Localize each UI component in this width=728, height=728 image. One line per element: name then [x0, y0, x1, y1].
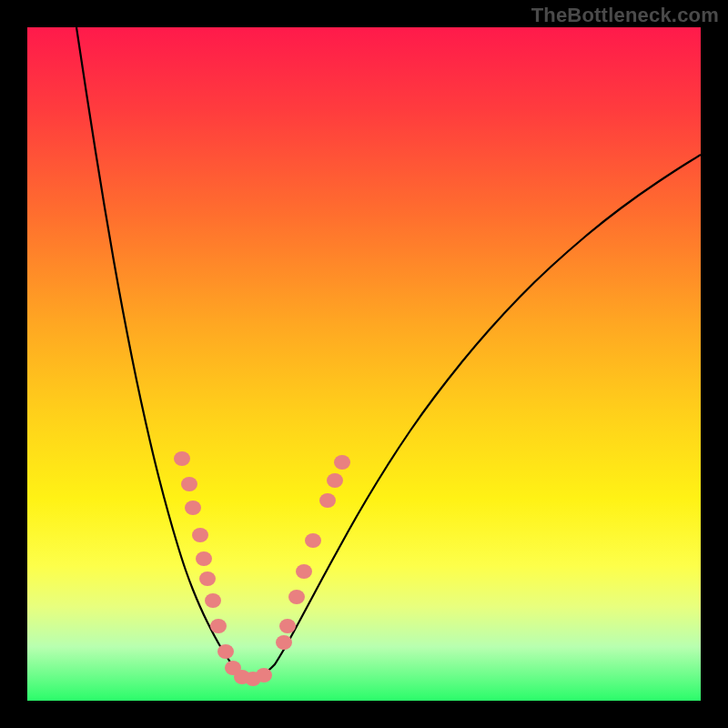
- data-dot: [279, 619, 296, 633]
- chart-frame: TheBottleneck.com: [0, 0, 728, 728]
- data-dot: [256, 668, 272, 682]
- data-dot: [185, 500, 201, 515]
- data-dot: [192, 528, 208, 542]
- data-dot: [319, 493, 336, 508]
- plot-area: [27, 27, 701, 701]
- data-dot: [327, 473, 343, 488]
- data-dot: [334, 455, 350, 470]
- data-dot: [210, 619, 227, 633]
- data-dot: [199, 571, 216, 586]
- data-dots: [174, 451, 350, 686]
- data-dot: [276, 635, 292, 650]
- data-dot: [296, 564, 312, 579]
- data-dot: [305, 533, 321, 548]
- data-dot: [217, 644, 234, 659]
- curve-svg: [27, 27, 701, 701]
- data-dot: [288, 590, 305, 604]
- data-dot: [196, 551, 212, 566]
- data-dot: [174, 451, 190, 466]
- data-dot: [205, 593, 221, 608]
- data-dot: [181, 477, 197, 491]
- watermark-text: TheBottleneck.com: [531, 4, 719, 27]
- bottleneck-curve: [76, 27, 701, 679]
